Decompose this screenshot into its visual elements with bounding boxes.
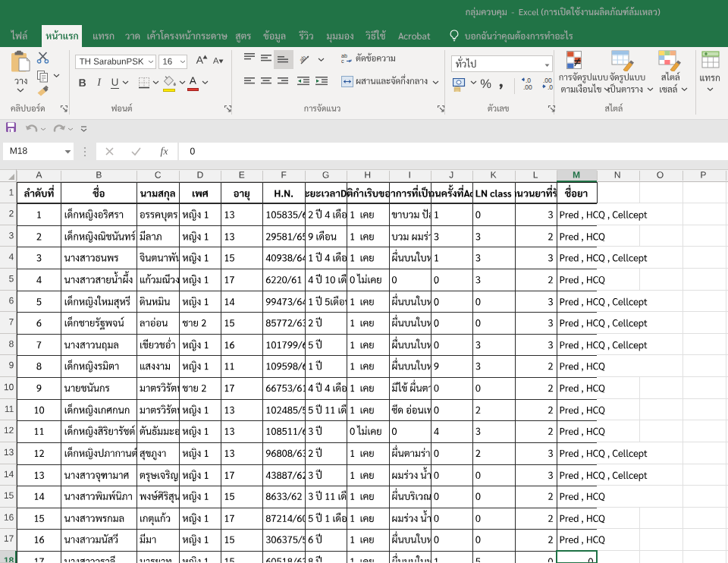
svg-text:.00: .00 <box>523 83 532 90</box>
svg-text:ab: ab <box>300 54 308 64</box>
svg-text:ab: ab <box>341 53 347 58</box>
svg-text:.0: .0 <box>548 83 553 90</box>
svg-text:c: c <box>341 58 344 64</box>
